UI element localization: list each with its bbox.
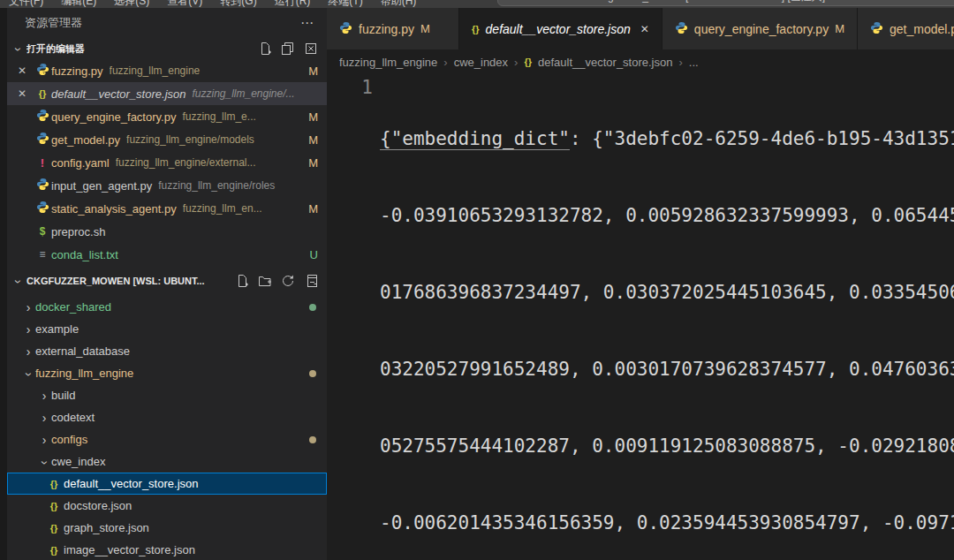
python-icon — [34, 109, 51, 125]
editor-group: fuzzing.py M {} default__vector_store.js… — [327, 8, 954, 560]
menu-help[interactable]: 帮助(H) — [381, 0, 417, 8]
menu-view[interactable]: 查看(V) — [167, 0, 202, 8]
python-icon — [34, 178, 51, 193]
tab-default-vector-store[interactable]: {} default__vector_store.json ✕ — [459, 8, 662, 49]
tree-folder-docker-shared[interactable]: › docker_shared — [7, 296, 327, 318]
text-file-icon: ≡ — [34, 248, 51, 261]
open-editor-preproc-sh[interactable]: $ preproc.sh — [7, 220, 327, 243]
chevron-right-icon: › — [678, 56, 682, 69]
git-dot-indicator — [309, 304, 316, 311]
git-status-badge: M — [306, 110, 318, 124]
json-content: {"embedding_dict": {"3debfc02-6259-4de6-… — [380, 75, 954, 560]
open-editor-config-yaml[interactable]: ! config.yaml fuzzing_llm_engine/externa… — [7, 151, 327, 174]
breadcrumb-item[interactable]: cwe_index — [454, 56, 508, 69]
git-status-badge: U — [306, 248, 318, 261]
workspace-label: CKGFUZZER_MOWEN [WSL: UBUNT... — [26, 276, 205, 286]
close-icon[interactable]: ✕ — [18, 87, 34, 100]
activity-bar-edge — [0, 8, 7, 560]
tree-file-graph-store[interactable]: {} graph_store.json — [7, 517, 327, 539]
tree-folder-example[interactable]: › example — [7, 318, 327, 340]
explorer-title: 资源管理器 — [25, 15, 82, 31]
tab-fuzzing-py[interactable]: fuzzing.py M — [327, 8, 459, 49]
tree-folder-cwe-index[interactable]: › cwe_index — [7, 450, 327, 473]
chevron-right-icon: › — [37, 389, 51, 403]
open-editor-default-vector-store[interactable]: ✕ {} default__vector_store.json fuzzing_… — [7, 82, 327, 105]
shell-icon: $ — [34, 225, 51, 238]
python-icon — [675, 21, 688, 37]
explorer-sidebar: 资源管理器 ⋯ › 打开的编辑器 ✕ fuzzing.py fuzzing_ll… — [7, 8, 327, 560]
open-editor-static-analysis-agent[interactable]: static_analysis_agent.py fuzzing_llm_en.… — [7, 197, 327, 220]
python-icon — [34, 63, 51, 79]
command-center-search[interactable]: › ckgfuzzer_mowen [WSL: Ubuntu-22.04] [已… — [497, 0, 954, 6]
tab-get-model[interactable]: get_model.p — [858, 8, 954, 49]
new-file-icon[interactable] — [258, 42, 272, 56]
breadcrumb-item[interactable]: default__vector_store.json — [538, 56, 672, 69]
tree-file-default-vector-store[interactable]: {} default__vector_store.json — [7, 473, 327, 495]
menu-file[interactable]: 文件(F) — [9, 0, 43, 8]
close-icon[interactable]: ✕ — [18, 64, 34, 77]
python-icon — [34, 201, 51, 216]
menu-go[interactable]: 转到(G) — [220, 0, 256, 8]
tree-file-docstore[interactable]: {} docstore.json — [7, 495, 327, 517]
chevron-right-icon: › — [37, 411, 51, 425]
json-icon: {} — [44, 501, 64, 511]
chevron-down-icon: › — [11, 42, 26, 57]
workspace-header[interactable]: › CKGFUZZER_MOWEN [WSL: UBUNT... — [7, 266, 327, 296]
git-dot-indicator — [309, 370, 316, 377]
yaml-icon: ! — [34, 156, 51, 170]
menu-edit[interactable]: 编辑(E) — [61, 0, 96, 8]
chevron-down-icon: › — [38, 455, 52, 469]
line-number: 1 — [327, 75, 373, 101]
breadcrumb-item[interactable]: ... — [689, 56, 699, 69]
vscode-window: 文件(F) 编辑(E) 选择(S) 查看(V) 转到(G) 运行(R) 终端(T… — [0, 0, 954, 560]
git-status-badge: M — [306, 202, 318, 216]
open-editors-header[interactable]: › 打开的编辑器 — [7, 38, 327, 59]
json-icon: {} — [44, 479, 64, 489]
json-icon: {} — [44, 545, 64, 556]
menu-terminal[interactable]: 终端(T) — [328, 0, 362, 8]
tree-folder-configs[interactable]: › configs — [7, 428, 327, 450]
json-icon: {} — [472, 24, 480, 34]
tab-query-engine-factory[interactable]: query_engine_factory.py M — [662, 8, 858, 49]
chevron-right-icon: › — [443, 56, 447, 69]
chevron-down-icon: › — [11, 275, 26, 289]
open-editor-get-model[interactable]: get_model.py fuzzing_llm_engine/models M — [7, 128, 327, 151]
title-bar: 文件(F) 编辑(E) 选择(S) 查看(V) 转到(G) 运行(R) 终端(T… — [0, 0, 954, 8]
close-all-icon[interactable] — [304, 42, 318, 56]
python-icon — [34, 132, 51, 148]
tree-folder-fuzzing-llm-engine[interactable]: › fuzzing_llm_engine — [7, 362, 327, 384]
tab-bar: fuzzing.py M {} default__vector_store.js… — [327, 8, 954, 49]
json-icon: {} — [34, 88, 51, 99]
open-editor-input-gen-agent[interactable]: input_gen_agent.py fuzzing_llm_engine/ro… — [7, 174, 327, 197]
chevron-right-icon: › — [571, 0, 574, 2]
new-folder-icon[interactable] — [258, 274, 272, 288]
tree-folder-build[interactable]: › build — [7, 384, 327, 406]
tree-file-image-vector-store[interactable]: {} image__vector_store.json — [7, 539, 327, 560]
git-status-badge: M — [835, 22, 844, 35]
close-icon[interactable]: ✕ — [640, 23, 649, 35]
open-editors-label: 打开的编辑器 — [26, 42, 85, 56]
chevron-right-icon: › — [21, 344, 35, 359]
breadcrumb: fuzzing_llm_engine › cwe_index › {} defa… — [327, 49, 954, 74]
open-editor-query-engine-factory[interactable]: query_engine_factory.py fuzzing_llm_e...… — [7, 105, 327, 128]
git-status-badge: M — [306, 156, 318, 170]
save-all-icon[interactable] — [281, 42, 295, 56]
menu-run[interactable]: 运行(R) — [275, 0, 311, 8]
breadcrumb-item[interactable]: fuzzing_llm_engine — [339, 56, 437, 69]
tree-folder-external-database[interactable]: › external_database — [7, 340, 327, 362]
code-editor[interactable]: 1 {"embedding_dict": {"3debfc02-6259-4de… — [327, 74, 954, 560]
git-status-badge: M — [306, 64, 318, 78]
more-actions-icon[interactable]: ⋯ — [300, 15, 314, 31]
new-file-icon[interactable] — [235, 274, 249, 288]
open-editor-fuzzing-py[interactable]: ✕ fuzzing.py fuzzing_llm_engine M — [7, 59, 327, 82]
open-editor-conda-list[interactable]: ≡ conda_list.txt U — [7, 243, 327, 266]
python-icon — [339, 21, 352, 37]
chevron-right-icon: › — [514, 56, 518, 69]
tree-folder-codetext[interactable]: › codetext — [7, 406, 327, 428]
chevron-right-icon: › — [21, 322, 35, 337]
chevron-right-icon: › — [37, 433, 51, 447]
collapse-all-icon[interactable] — [304, 274, 318, 288]
refresh-icon[interactable] — [281, 274, 295, 288]
python-icon — [870, 21, 883, 37]
menu-selection[interactable]: 选择(S) — [114, 0, 149, 8]
